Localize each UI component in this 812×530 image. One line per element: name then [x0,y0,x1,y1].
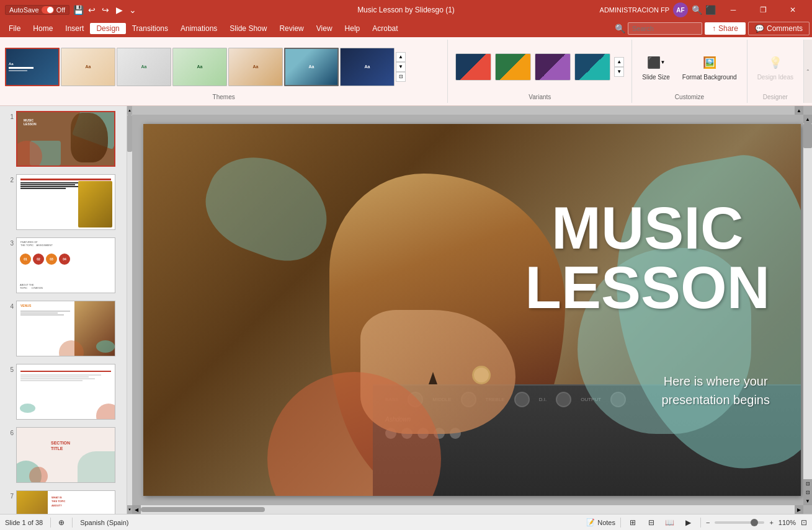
share-button[interactable]: ↑ Share [705,22,746,35]
window-controls[interactable]: ─ ❐ ✕ [719,0,807,20]
menu-insert[interactable]: Insert [59,23,90,34]
variant-scroll-down[interactable]: ▼ [614,67,624,77]
notes-icon: 📝 [586,518,595,526]
slide-info: Slide 1 of 38 [5,519,43,526]
slide-sorter-btn[interactable]: ⊟ [645,517,658,528]
slide-thumb-4[interactable]: 4 VENUS [0,296,127,359]
variant-1[interactable] [455,53,491,81]
theme-7[interactable]: Aa [340,48,395,86]
normal-view-btn[interactable]: ⊞ [626,517,640,528]
theme-3[interactable]: Aa [117,48,171,86]
slide-thumb-1[interactable]: 1 MUSIC LESSON [0,106,127,169]
customize-items: ⬛▼ Slide Size 🖼️ Format Background [637,42,741,91]
status-divider-2 [72,518,73,528]
autosave-toggle[interactable] [42,6,54,14]
slide-number-2: 2 [2,174,14,183]
slideshow-btn[interactable]: ▶ [682,517,695,528]
format-background-button[interactable]: 🖼️ Format Background [677,51,742,82]
slide-4-thumbnail: VENUS [16,301,115,356]
slide-size-button[interactable]: ⬛▼ Slide Size [637,51,674,82]
theme-scroll-down[interactable]: ▼ [396,62,406,72]
username: ADMINISTRACION FP [600,6,669,14]
ribbon-display-icon[interactable]: ⬛ [705,5,715,15]
zoom-out-btn[interactable]: − [706,519,710,526]
slide-thumb-6[interactable]: 6 SECTIONTITLE [0,422,127,485]
scroll-middle-btn[interactable]: ⊡ [803,479,812,488]
menu-help[interactable]: Help [339,23,367,34]
title-bar-right: ADMINISTRACION FP AF 🔍 ⬛ ─ ❐ ✕ [600,0,807,20]
right-scrollbar[interactable]: ▲ ⊡ ⊡ ▼ [803,115,812,505]
notes-button[interactable]: 📝 Notes [586,518,615,526]
minimize-button[interactable]: ─ [719,0,747,20]
slide-panel-scrollbar[interactable]: ▲ ▼ [127,106,132,514]
slide-thumb-5[interactable]: 5 [0,359,127,422]
menu-acrobat[interactable]: Acrobat [366,23,404,34]
theme-6[interactable]: Aa [284,48,339,86]
accessibility-icon[interactable]: ⊕ [58,518,65,527]
customize-qat-icon[interactable]: ⌄ [128,5,138,15]
theme-5[interactable]: Aa [228,48,283,86]
slide-thumb-3[interactable]: 3 FEATURES OFTHE TOPIC ASSIGNMENT ABOUT … [0,232,127,296]
reading-view-btn[interactable]: 📖 [663,517,677,528]
panel-scroll-up[interactable]: ▲ [127,106,132,115]
slide-thumb-7[interactable]: 7 WHAT ISTHIS TOPICABOUT? [0,485,127,514]
status-divider-1 [50,518,51,528]
menu-bar: File Home Insert Design Transitions Anim… [0,20,812,37]
canvas-scroll-top[interactable]: ▲ [795,106,803,115]
slide-thumb-2[interactable]: 2 [0,169,127,232]
hscroll-left-btn[interactable]: ◀ [132,505,141,514]
main-slide-canvas[interactable]: BASS MIDDLE TREBLE D.I. OUTPUT Ashdown [143,124,801,496]
user-avatar[interactable]: AF [673,2,688,17]
restore-button[interactable]: ❐ [749,0,777,20]
variant-4[interactable] [574,53,610,81]
close-button[interactable]: ✕ [779,0,807,20]
variant-3[interactable] [535,53,571,81]
panel-scroll-down[interactable]: ▼ [127,505,132,514]
autosave-badge[interactable]: AutoSave Off [5,5,69,15]
scroll-down-btn[interactable]: ▼ [803,497,812,505]
zoom-slider[interactable] [715,521,764,524]
menu-transitions[interactable]: Transitions [126,23,174,34]
hscroll-right-btn[interactable]: ▶ [795,505,803,514]
present-icon[interactable]: ▶ [114,5,124,15]
search-input[interactable] [628,22,702,35]
undo-icon[interactable]: ↩ [87,5,97,15]
theme-2[interactable]: Aa [61,48,115,86]
theme-1[interactable]: Aa [5,48,60,86]
slide-1-thumbnail: MUSIC LESSON [16,111,115,167]
scroll-up-btn[interactable]: ▲ [803,115,812,123]
design-ideas-button[interactable]: 💡 Design Ideas [752,51,798,82]
scroll-mid2-btn[interactable]: ⊡ [803,488,812,497]
theme-scroll-up[interactable]: ▲ [396,52,406,62]
comments-button[interactable]: 💬 Comments [748,22,810,35]
search-icon[interactable]: 🔍 [692,5,702,15]
search-ribbon-icon[interactable]: 🔍 [615,24,625,33]
theme-4[interactable]: Aa [172,48,227,86]
autosave-label: AutoSave [9,6,39,14]
menu-home[interactable]: Home [27,23,59,34]
menu-review[interactable]: Review [273,23,310,34]
redo-icon[interactable]: ↪ [100,5,110,15]
title-bar-left: AutoSave Off 💾 ↩ ↪ ▶ ⌄ [5,5,138,15]
theme-scroll-expand[interactable]: ⊡ [396,72,406,82]
zoom-in-btn[interactable]: + [769,519,773,526]
slide-number-1: 1 [2,111,14,120]
menu-file[interactable]: File [2,23,27,34]
canvas-bottom-scrollbar[interactable]: ◀ ▶ [132,505,803,514]
status-divider-4 [700,518,701,528]
variant-2[interactable] [495,53,531,81]
variant-scroll-up[interactable]: ▲ [614,57,624,67]
save-icon[interactable]: 💾 [73,5,83,15]
design-ideas-label: Design Ideas [757,74,793,81]
menu-slideshow[interactable]: Slide Show [223,23,273,34]
menu-view[interactable]: View [310,23,339,34]
autosave-state: Off [56,6,65,14]
themes-section: Aa Aa Aa Aa Aa [0,40,448,103]
designer-items: 💡 Design Ideas [752,42,798,91]
fit-slide-btn[interactable]: ⊡ [801,518,807,527]
menu-animations[interactable]: Animations [174,23,223,34]
menu-design[interactable]: Design [90,23,125,34]
format-background-icon: 🖼️ [700,53,720,73]
slide-2-thumbnail [16,174,115,230]
ribbon-collapse-arrow[interactable]: ⌃ [803,40,812,103]
